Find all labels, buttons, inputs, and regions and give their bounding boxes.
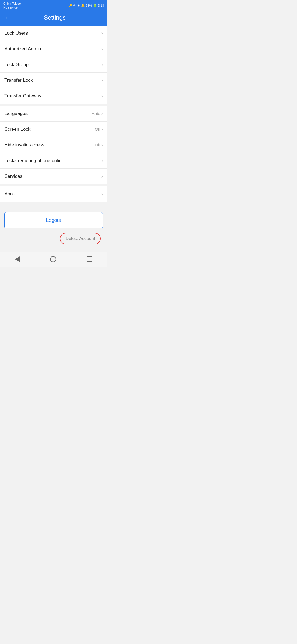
preferences-section: Languages Auto › Screen Lock Off › Hide … bbox=[0, 106, 107, 184]
about-label: About bbox=[4, 191, 16, 197]
services-right: › bbox=[101, 174, 103, 179]
settings-item-hide-invalid-access[interactable]: Hide invalid access Off › bbox=[0, 137, 107, 153]
key-icon: 🔑 bbox=[68, 4, 72, 7]
lock-group-label: Lock Group bbox=[4, 62, 29, 67]
nav-back-button[interactable] bbox=[15, 256, 20, 262]
settings-item-services[interactable]: Services › bbox=[0, 169, 107, 184]
delete-account-row: Delete Account bbox=[4, 233, 103, 244]
nav-home-button[interactable] bbox=[50, 256, 56, 262]
recent-square-icon bbox=[87, 256, 92, 262]
screen-lock-right: Off › bbox=[95, 127, 103, 132]
app-header: ← Settings bbox=[0, 11, 107, 26]
logout-button[interactable]: Logout bbox=[4, 212, 103, 228]
settings-item-lock-users[interactable]: Lock Users › bbox=[0, 26, 107, 41]
languages-chevron: › bbox=[101, 111, 103, 116]
locks-section: Lock Users › Authorized Admin › Lock Gro… bbox=[0, 26, 107, 104]
hide-invalid-access-value: Off bbox=[95, 143, 100, 147]
transfer-lock-right: › bbox=[101, 78, 103, 83]
transfer-gateway-right: › bbox=[101, 94, 103, 99]
settings-item-about[interactable]: About › bbox=[0, 186, 107, 202]
battery-icon: 🔋 bbox=[93, 4, 97, 7]
lock-users-label: Lock Users bbox=[4, 31, 28, 36]
screen-lock-label: Screen Lock bbox=[4, 127, 31, 132]
page-title: Settings bbox=[15, 14, 95, 21]
screen-lock-value: Off bbox=[95, 127, 100, 132]
screen-lock-chevron: › bbox=[101, 127, 103, 132]
languages-value: Auto bbox=[92, 111, 100, 116]
services-chevron: › bbox=[101, 174, 103, 179]
locks-requiring-phone-online-right: › bbox=[101, 158, 103, 163]
navigation-bar bbox=[0, 252, 107, 267]
no-service: No service bbox=[3, 6, 23, 9]
clock: 3:18 bbox=[98, 4, 104, 7]
languages-label: Languages bbox=[4, 111, 28, 116]
transfer-lock-label: Transfer Lock bbox=[4, 78, 33, 83]
authorized-admin-chevron: › bbox=[101, 47, 103, 51]
settings-item-transfer-lock[interactable]: Transfer Lock › bbox=[0, 73, 107, 88]
about-right: › bbox=[101, 192, 103, 197]
lock-group-right: › bbox=[101, 62, 103, 67]
back-button[interactable]: ← bbox=[4, 14, 10, 21]
settings-item-lock-group[interactable]: Lock Group › bbox=[0, 57, 107, 73]
transfer-gateway-label: Transfer Gateway bbox=[4, 93, 41, 99]
bottom-actions: Logout Delete Account bbox=[0, 204, 107, 250]
settings-item-authorized-admin[interactable]: Authorized Admin › bbox=[0, 41, 107, 57]
locks-requiring-phone-online-label: Locks requiring phone online bbox=[4, 158, 64, 163]
about-chevron: › bbox=[101, 192, 103, 197]
hide-invalid-access-chevron: › bbox=[101, 143, 103, 148]
settings-item-screen-lock[interactable]: Screen Lock Off › bbox=[0, 122, 107, 137]
transfer-gateway-chevron: › bbox=[101, 94, 103, 99]
alarm-icon: 🔔 bbox=[81, 4, 85, 7]
lock-users-right: › bbox=[101, 31, 103, 36]
carrier-info: China Telecom No service bbox=[3, 2, 23, 10]
authorized-admin-right: › bbox=[101, 47, 103, 51]
lock-users-chevron: › bbox=[101, 31, 103, 36]
settings-item-languages[interactable]: Languages Auto › bbox=[0, 106, 107, 122]
settings-item-locks-requiring-phone-online[interactable]: Locks requiring phone online › bbox=[0, 153, 107, 169]
bluetooth-icon: ✱ bbox=[78, 4, 80, 7]
home-circle-icon bbox=[50, 256, 56, 262]
status-icons: 🔑 👁 ✱ 🔔 38% 🔋 3:18 bbox=[68, 4, 104, 7]
locks-requiring-phone-online-chevron: › bbox=[101, 158, 103, 163]
transfer-lock-chevron: › bbox=[101, 78, 103, 83]
carrier-name: China Telecom bbox=[3, 2, 23, 6]
nav-recent-button[interactable] bbox=[87, 256, 92, 262]
eye-icon: 👁 bbox=[73, 4, 76, 7]
back-triangle-icon bbox=[15, 256, 20, 262]
about-section: About › bbox=[0, 186, 107, 202]
hide-invalid-access-right: Off › bbox=[95, 143, 103, 148]
status-bar: China Telecom No service 🔑 👁 ✱ 🔔 38% 🔋 3… bbox=[0, 0, 107, 11]
languages-right: Auto › bbox=[92, 111, 103, 116]
delete-account-button[interactable]: Delete Account bbox=[60, 233, 101, 244]
back-arrow-icon: ← bbox=[4, 14, 10, 21]
authorized-admin-label: Authorized Admin bbox=[4, 46, 41, 52]
hide-invalid-access-label: Hide invalid access bbox=[4, 142, 45, 148]
lock-group-chevron: › bbox=[101, 62, 103, 67]
services-label: Services bbox=[4, 174, 22, 179]
battery-percent: 38% bbox=[86, 4, 92, 7]
settings-item-transfer-gateway[interactable]: Transfer Gateway › bbox=[0, 88, 107, 104]
